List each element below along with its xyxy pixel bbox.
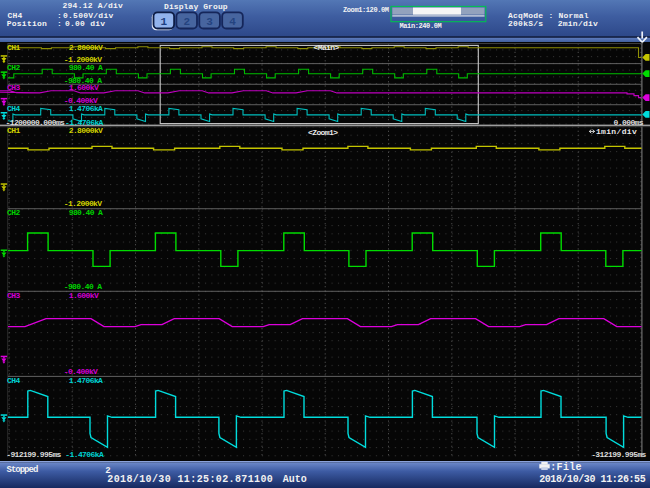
svg-text:1.600kV: 1.600kV: [69, 291, 99, 300]
svg-text:4: 4: [229, 16, 236, 28]
svg-text:Auto: Auto: [283, 474, 307, 485]
svg-text:-1.4706kA: -1.4706kA: [65, 450, 104, 459]
svg-text:2.8000kV: 2.8000kV: [69, 126, 103, 135]
svg-text:Position: Position: [7, 19, 47, 28]
svg-text:<Zoom1>: <Zoom1>: [308, 128, 338, 137]
svg-text:-312199.995ms: -312199.995ms: [591, 450, 646, 459]
svg-text::File: :File: [550, 462, 582, 473]
svg-text:294.12 A/div: 294.12 A/div: [63, 1, 124, 10]
svg-text:1: 1: [160, 16, 167, 28]
svg-text:Main:240.0M: Main:240.0M: [400, 22, 442, 30]
svg-text::: :: [57, 19, 62, 28]
svg-text:-912199.995ms: -912199.995ms: [6, 450, 61, 459]
svg-text:CH1: CH1: [7, 126, 20, 135]
svg-text:1.4706kA: 1.4706kA: [69, 104, 103, 113]
svg-text:2.8000kV: 2.8000kV: [69, 43, 103, 52]
svg-text:-1200000.000ms: -1200000.000ms: [6, 118, 66, 127]
svg-text:0.000ms: 0.000ms: [614, 118, 644, 127]
svg-text:CH4: CH4: [7, 376, 20, 385]
svg-text:<Main>: <Main>: [314, 43, 340, 52]
svg-text:3: 3: [206, 16, 213, 28]
svg-text:2018/10/30 11:26:55: 2018/10/30 11:26:55: [539, 474, 645, 485]
svg-text:2: 2: [183, 16, 190, 28]
svg-text:Zoom1:120.0M: Zoom1:120.0M: [343, 6, 389, 14]
svg-text:980.40 A: 980.40 A: [69, 208, 103, 217]
svg-text:-1.2000kV: -1.2000kV: [64, 199, 103, 208]
svg-text:CH2: CH2: [7, 208, 20, 217]
svg-text:-1.4706kA: -1.4706kA: [65, 118, 104, 127]
svg-text:CH4: CH4: [7, 104, 20, 113]
svg-text:CH1: CH1: [7, 43, 20, 52]
svg-text:0.00 div: 0.00 div: [65, 19, 105, 28]
svg-text:CH3: CH3: [7, 83, 20, 92]
svg-text:2018/10/30 11:25:02.871100: 2018/10/30 11:25:02.871100: [107, 474, 273, 485]
svg-text:980.40 A: 980.40 A: [69, 63, 103, 72]
svg-text:CH3: CH3: [7, 291, 20, 300]
svg-text:1min/div: 1min/div: [596, 127, 637, 136]
svg-text:200kS/s: 200kS/s: [508, 19, 543, 28]
svg-text:CH2: CH2: [7, 63, 20, 72]
svg-text:1.600kV: 1.600kV: [69, 83, 99, 92]
svg-text:2min/div: 2min/div: [558, 19, 598, 28]
svg-text:Display Group: Display Group: [164, 2, 228, 11]
svg-text:Stopped: Stopped: [7, 465, 38, 475]
svg-text:1.4706kA: 1.4706kA: [69, 376, 103, 385]
svg-text:-980.40 A: -980.40 A: [64, 282, 103, 291]
